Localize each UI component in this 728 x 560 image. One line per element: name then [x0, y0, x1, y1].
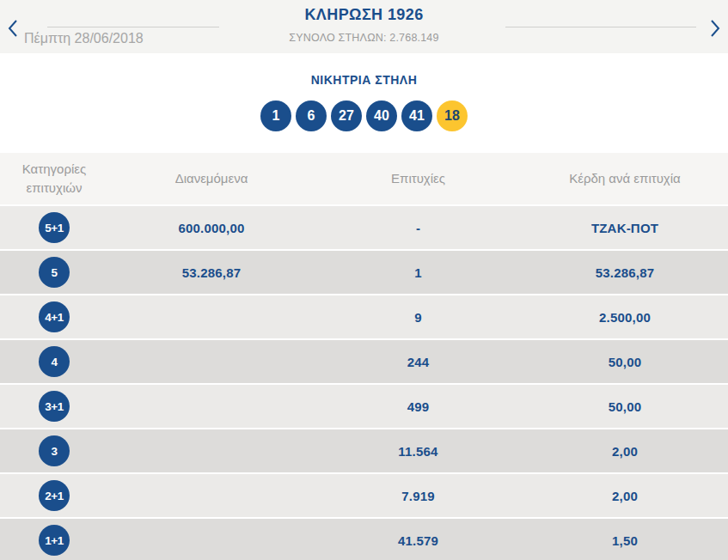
table-row: 311.5642,00 [0, 428, 728, 472]
category-cell: 2+1 [0, 474, 108, 517]
distributed-cell [108, 474, 315, 517]
joker-draw-results-page: Πέμπτη 28/06/2018 ΚΛΗΡΩΣΗ 1926 ΣΥΝΟΛΟ ΣΤ… [0, 0, 728, 560]
hits-cell: 41.579 [315, 519, 522, 560]
results-table-header: Κατηγορίες επιτυχιώνΔιανεμόμεναΕπιτυχίες… [0, 153, 728, 204]
distributed-cell [108, 340, 315, 383]
chevron-left-icon [7, 19, 19, 38]
table-row: 424450,00 [0, 338, 728, 383]
winning-number-ball: 41 [401, 100, 432, 131]
table-row: 5+1600.000,00-ΤΖΑΚ-ΠΟΤ [0, 204, 728, 249]
category-cell: 4 [0, 340, 108, 383]
hits-cell: 11.564 [315, 429, 522, 472]
winning-number-ball: 27 [331, 100, 362, 131]
category-badge: 4 [39, 346, 70, 377]
hits-cell: 244 [315, 340, 522, 383]
winnings-cell: 53.286,87 [522, 251, 728, 294]
table-row: 1+141.5791,50 [0, 517, 728, 560]
winnings-cell: ΤΖΑΚ-ΠΟΤ [522, 206, 728, 249]
winning-number-ball: 6 [296, 100, 327, 131]
draw-date: Πέμπτη 28/06/2018 [24, 31, 144, 46]
table-row: 3+149950,00 [0, 383, 728, 428]
joker-number-ball: 18 [437, 100, 468, 131]
winnings-cell: 2.500,00 [522, 295, 728, 338]
hits-cell: 499 [315, 385, 522, 428]
category-cell: 5+1 [0, 206, 108, 249]
column-header: Επιτυχίες [315, 153, 522, 204]
column-header: Κέρδη ανά επιτυχία [522, 153, 728, 204]
draw-header: Πέμπτη 28/06/2018 ΚΛΗΡΩΣΗ 1926 ΣΥΝΟΛΟ ΣΤ… [0, 0, 728, 53]
winning-column-section: ΝΙΚΗΤΡΙΑ ΣΤΗΛΗ 1627404118 [0, 53, 728, 153]
distributed-cell [108, 429, 315, 472]
winnings-cell: 50,00 [522, 385, 728, 428]
table-row: 2+17.9192,00 [0, 472, 728, 517]
hits-cell: 7.919 [315, 474, 522, 517]
total-columns-label: ΣΥΝΟΛΟ ΣΤΗΛΩΝ: 2.768.149 [138, 32, 590, 44]
winnings-cell: 2,00 [522, 474, 728, 517]
table-row: 553.286,87153.286,87 [0, 249, 728, 294]
category-cell: 5 [0, 251, 108, 294]
chevron-right-icon [709, 19, 721, 38]
column-header: Διανεμόμενα [108, 153, 315, 204]
category-badge: 5+1 [39, 212, 70, 243]
distributed-cell: 53.286,87 [108, 251, 315, 294]
category-badge: 5 [39, 257, 70, 288]
category-cell: 1+1 [0, 519, 108, 560]
category-badge: 2+1 [39, 480, 70, 511]
distributed-cell [108, 295, 315, 338]
draw-title-block: ΚΛΗΡΩΣΗ 1926 ΣΥΝΟΛΟ ΣΤΗΛΩΝ: 2.768.149 [138, 6, 590, 44]
winning-number-ball: 40 [366, 100, 397, 131]
winning-column-label: ΝΙΚΗΤΡΙΑ ΣΤΗΛΗ [0, 73, 728, 87]
distributed-cell [108, 519, 315, 560]
page-title: ΚΛΗΡΩΣΗ 1926 [138, 6, 590, 24]
winnings-cell: 50,00 [522, 340, 728, 383]
results-table: Κατηγορίες επιτυχιώνΔιανεμόμεναΕπιτυχίες… [0, 153, 728, 560]
winnings-cell: 1,50 [522, 519, 728, 560]
hits-cell: 9 [315, 295, 522, 338]
results-table-body: 5+1600.000,00-ΤΖΑΚ-ΠΟΤ553.286,87153.286,… [0, 204, 728, 560]
category-cell: 3+1 [0, 385, 108, 428]
category-badge: 3+1 [39, 391, 70, 422]
next-draw-button[interactable] [705, 17, 725, 40]
hits-cell: 1 [315, 251, 522, 294]
distributed-cell: 600.000,00 [108, 206, 315, 249]
table-row: 4+192.500,00 [0, 294, 728, 338]
category-cell: 3 [0, 429, 108, 472]
winning-numbers: 1627404118 [0, 100, 728, 131]
divider-right [505, 27, 696, 27]
distributed-cell [108, 385, 315, 428]
winnings-cell: 2,00 [522, 429, 728, 472]
category-badge: 4+1 [39, 301, 70, 332]
winning-number-ball: 1 [260, 100, 291, 131]
category-badge: 1+1 [39, 525, 70, 556]
hits-cell: - [315, 206, 522, 249]
previous-draw-button[interactable] [3, 17, 23, 40]
column-header: Κατηγορίες επιτυχιών [0, 153, 108, 204]
category-cell: 4+1 [0, 295, 108, 338]
category-badge: 3 [39, 435, 70, 466]
